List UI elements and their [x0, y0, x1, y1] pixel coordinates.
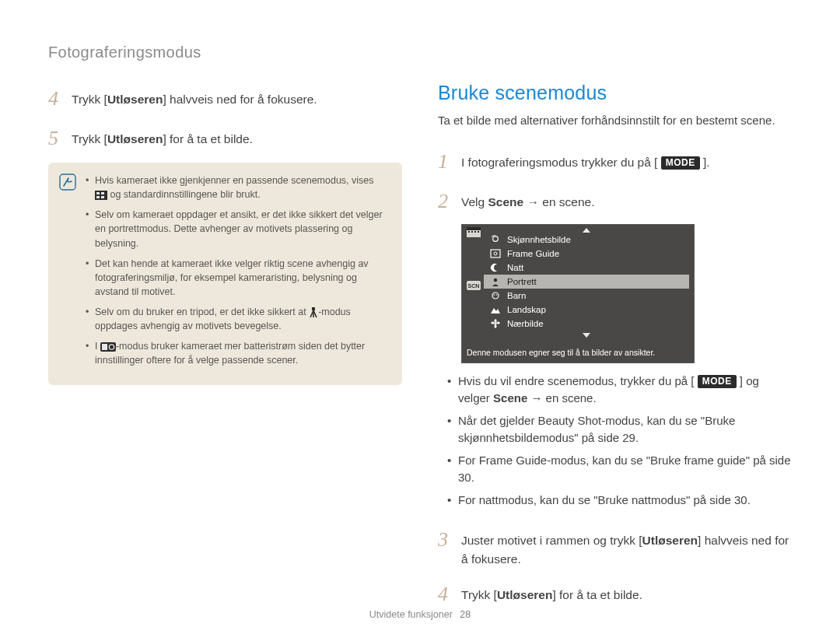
text: I [95, 341, 100, 352]
svg-rect-15 [468, 231, 470, 233]
note-item: Selv om kameraet oppdager et ansikt, er … [86, 208, 388, 250]
step-text: I fotograferingsmodus trykker du på [ MO… [461, 153, 792, 171]
scn-mode-icon: SCN [467, 281, 481, 290]
svg-rect-13 [467, 229, 481, 237]
page-footer: Utvidete funksjoner 28 [0, 609, 840, 620]
shutter-label: Utløseren [497, 588, 553, 601]
text: ] for å ta et bilde. [552, 588, 642, 601]
step-text: Trykk [Utløseren] for å ta et bilde. [461, 586, 792, 604]
svg-point-31 [496, 321, 499, 324]
info-icon [59, 173, 76, 191]
scene-menu-screenshot: SCN Skjønnhetsbilde Frame Guide [461, 224, 695, 363]
text: Hvis kameraet ikke gjenkjenner en passen… [95, 175, 374, 186]
svg-rect-22 [491, 250, 500, 257]
bullet-item: Hvis du vil endre scenemodus, trykker du… [447, 373, 792, 408]
text: Trykk [ [461, 588, 497, 601]
note-item: I -modus bruker kameraet mer batteristrø… [86, 339, 388, 367]
scene-footer-help: Denne modusen egner seg til å ta bilder … [462, 344, 694, 363]
step-number: 2 [438, 186, 458, 216]
child-icon [488, 290, 502, 301]
scene-item-label: Frame Guide [507, 249, 559, 258]
step-4: 4 Trykk [Utløseren] halvveis ned for å f… [48, 82, 402, 112]
left-column: 4 Trykk [Utløseren] halvveis ned for å f… [48, 82, 402, 617]
section-header: Fotograferingsmodus [48, 44, 792, 61]
text: ]. [700, 156, 710, 169]
text: → en scene. [523, 195, 594, 208]
smart-mode-icon [100, 342, 116, 352]
shutter-label: Utløseren [107, 93, 163, 106]
svg-rect-16 [471, 231, 473, 233]
scene-item-landscape: Landskap [484, 303, 689, 317]
intro-text: Ta et bilde med alternativer forhåndsinn… [438, 112, 792, 129]
smart-grid-icon [95, 191, 107, 200]
page: Fotograferingsmodus 4 Trykk [Utløseren] … [0, 0, 840, 634]
svg-point-30 [491, 321, 494, 324]
svg-text:SCN: SCN [468, 283, 480, 289]
text: Trykk [ [72, 132, 107, 145]
note-item: Hvis kameraet ikke gjenkjenner en passen… [86, 173, 388, 201]
bullet-item: For Frame Guide-modus, kan du se "Bruke … [447, 452, 792, 487]
bullet-item: Når det gjelder Beauty Shot-modus, kan d… [447, 412, 792, 447]
chevron-down-icon [583, 333, 590, 338]
bullet-list: Hvis du vil endre scenemodus, trykker du… [447, 373, 792, 510]
frame-guide-icon [488, 248, 502, 259]
svg-point-26 [494, 294, 495, 296]
step-number: 5 [48, 123, 68, 153]
text: ] halvveis ned for å fokusere. [163, 93, 317, 106]
tripod-icon [309, 307, 318, 318]
scene-item-label: Nærbilde [507, 319, 544, 328]
step-2: 2 Velg Scene → en scene. [438, 184, 792, 215]
note-item: Det kan hende at kameraet ikke velger ri… [86, 257, 388, 299]
note-item: Selv om du bruker en tripod, er det ikke… [86, 305, 388, 333]
two-column-layout: 4 Trykk [Utløseren] halvveis ned for å f… [48, 82, 792, 617]
scene-item-label: Skjønnhetsbilde [507, 235, 571, 244]
note-box: Hvis kameraet ikke gjenkjenner en passen… [48, 163, 402, 385]
svg-point-28 [494, 322, 496, 324]
night-icon [488, 262, 502, 273]
text: Juster motivet i rammen og trykk [ [461, 534, 642, 547]
left-mode-icons: SCN [467, 227, 481, 290]
text: Trykk [ [72, 93, 107, 106]
text: og standardinnstillingene blir brukt. [110, 189, 260, 200]
step-number: 4 [48, 83, 68, 114]
text: Hvis du vil endre scenemodus, trykker du… [458, 374, 698, 387]
step-number: 1 [438, 146, 458, 177]
text: I fotograferingsmodus trykker du på [ [461, 156, 661, 169]
svg-rect-17 [474, 231, 476, 233]
scene-menu-body: SCN Skjønnhetsbilde Frame Guide [462, 225, 694, 344]
step-text: Trykk [Utløseren] halvveis ned for å fok… [72, 90, 402, 108]
step-text: Juster motivet i rammen og trykk [Utløse… [461, 531, 792, 568]
mode-button-icon: MODE [698, 375, 737, 388]
svg-rect-1 [95, 191, 107, 200]
step-3: 3 Juster motivet i rammen og trykk [Utlø… [438, 523, 792, 568]
bullet-item: For nattmodus, kan du se "Bruke nattmodu… [447, 492, 792, 510]
step-5: 5 Trykk [Utløseren] for å ta et bilde. [48, 121, 402, 152]
note-list: Hvis kameraet ikke gjenkjenner en passen… [86, 173, 388, 374]
scene-item-frameguide: Frame Guide [484, 247, 689, 261]
scene-item-label: Natt [507, 263, 523, 272]
text: ] for å ta et bilde. [163, 132, 252, 145]
step-1: 1 I fotograferingsmodus trykker du på [ … [438, 145, 792, 175]
svg-point-32 [495, 324, 497, 328]
scene-label: Scene [493, 391, 527, 405]
scene-item-night: Natt [484, 261, 689, 275]
shutter-label: Utløseren [107, 132, 163, 145]
mode-button-icon: MODE [661, 156, 700, 170]
text: Velg [461, 195, 488, 208]
step-number: 3 [438, 524, 458, 555]
text: Selv om du bruker en tripod, er det ikke… [95, 306, 309, 317]
scene-label: Scene [488, 195, 523, 208]
step-text: Trykk [Utløseren] for å ta et bilde. [72, 130, 402, 148]
right-column: Bruke scenemodus Ta et bilde med alterna… [438, 82, 792, 617]
shutter-label: Utløseren [642, 534, 698, 547]
scene-item-closeup: Nærbilde [484, 317, 689, 331]
scene-item-portrait-selected: Portrett [484, 275, 689, 289]
text: -modus bruker kameraet mer batteristrøm … [95, 341, 365, 366]
page-number: 28 [460, 609, 471, 620]
scene-item-label: Landskap [507, 305, 546, 314]
closeup-icon [488, 318, 502, 329]
scene-item-child: Barn [484, 289, 689, 303]
svg-point-29 [495, 319, 497, 322]
svg-rect-5 [101, 196, 104, 198]
step-text: Velg Scene → en scene. [461, 193, 792, 211]
